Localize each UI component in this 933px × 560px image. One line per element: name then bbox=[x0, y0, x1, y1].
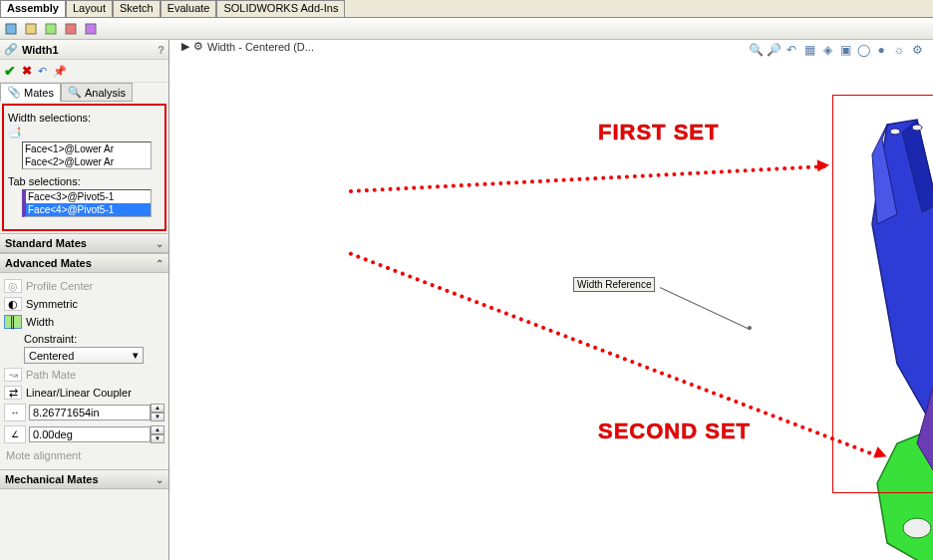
list-item-selected[interactable]: Face<4>@Pivot5-1 bbox=[26, 203, 151, 216]
assembly-icon: ⚙ bbox=[193, 40, 203, 53]
coupler-row[interactable]: ⇄ Linear/Linear Coupler bbox=[4, 384, 164, 402]
constraint-label: Constraint: bbox=[24, 333, 164, 345]
path-mate-label: Path Mate bbox=[26, 369, 76, 381]
zoom-area-icon[interactable]: 🔎 bbox=[766, 42, 781, 58]
width-reference-callout: Width Reference bbox=[573, 277, 655, 292]
expand-tree-icon[interactable]: ▶ bbox=[181, 40, 189, 53]
analysis-tab[interactable]: 🔍 Analysis bbox=[61, 83, 133, 102]
first-set-arrow-line bbox=[349, 164, 827, 193]
config-manager-icon[interactable] bbox=[42, 20, 60, 38]
property-manager-icon[interactable] bbox=[22, 20, 40, 38]
mate-analysis-tabs: 📎 Mates 🔍 Analysis bbox=[0, 83, 168, 102]
selections-highlight-box: Width selections: 📑 Face<1>@Lower Ar Fac… bbox=[2, 104, 166, 231]
mechanical-mates-label: Mechanical Mates bbox=[5, 473, 99, 485]
advanced-mates-body: ◎ Profile Center ◐ Symmetric ║ Width Con… bbox=[0, 273, 168, 469]
first-set-highlight-box bbox=[832, 95, 933, 493]
graphics-viewport[interactable]: ▶ ⚙ Width - Centered (D... 🔍 🔎 ↶ ▦ ◈ ▣ ◯… bbox=[169, 40, 933, 560]
width-mate-icon: 🔗 bbox=[4, 43, 18, 56]
chevron-down-icon: ⌄ bbox=[156, 474, 163, 485]
coupler-icon: ⇄ bbox=[4, 386, 22, 400]
callout-leader bbox=[660, 287, 751, 330]
width-selections-label: Width selections: bbox=[8, 112, 160, 124]
mates-paperclip-icon: 📎 bbox=[7, 86, 21, 99]
angle-row: ∠ 0.00deg ▲ ▼ bbox=[4, 423, 164, 445]
first-set-arrow-head bbox=[817, 159, 830, 172]
orientation-icon[interactable]: ◈ bbox=[819, 42, 835, 58]
width-label: Width bbox=[26, 316, 54, 328]
path-mate-icon: ↝ bbox=[4, 368, 22, 382]
svg-rect-2 bbox=[46, 24, 56, 34]
svg-point-7 bbox=[903, 518, 931, 538]
distance-row: ↔ 8.26771654in ▲ ▼ bbox=[4, 402, 164, 423]
tab-selections-list[interactable]: Face<3>@Pivot5-1 Face<4>@Pivot5-1 bbox=[22, 189, 152, 217]
width-row[interactable]: ║ Width bbox=[4, 313, 164, 331]
symmetric-row[interactable]: ◐ Symmetric bbox=[4, 295, 164, 313]
command-row: ✔ ✖ ↶ 📌 bbox=[0, 60, 168, 83]
chevron-down-icon: ⌄ bbox=[156, 238, 163, 249]
panel-title-row: 🔗 Width1 ? bbox=[0, 40, 168, 60]
advanced-mates-header[interactable]: Advanced Mates ⌃ bbox=[0, 253, 168, 273]
angle-input[interactable]: 0.00deg bbox=[29, 426, 151, 442]
prev-view-icon[interactable]: ↶ bbox=[783, 42, 799, 58]
profile-center-icon: ◎ bbox=[4, 279, 22, 293]
distance-icon: ↔ bbox=[4, 404, 26, 421]
constraint-value: Centered bbox=[29, 350, 74, 362]
undo-icon[interactable]: ↶ bbox=[38, 65, 47, 78]
mates-tab-label: Mates bbox=[24, 87, 54, 99]
analysis-tab-label: Analysis bbox=[85, 87, 126, 99]
document-title-row: ▶ ⚙ Width - Centered (D... bbox=[181, 40, 314, 53]
svg-rect-3 bbox=[66, 24, 76, 34]
svg-rect-0 bbox=[6, 24, 16, 34]
angle-down-button[interactable]: ▼ bbox=[151, 434, 164, 443]
tab-sketch[interactable]: Sketch bbox=[113, 0, 160, 17]
second-set-annotation: SECOND SET bbox=[598, 419, 751, 444]
mechanical-mates-header[interactable]: Mechanical Mates ⌄ bbox=[0, 469, 168, 489]
section-view-icon[interactable]: ▦ bbox=[801, 42, 817, 58]
view-settings-icon[interactable]: ⚙ bbox=[909, 42, 925, 58]
path-mate-row: ↝ Path Mate bbox=[4, 366, 164, 384]
symmetric-icon: ◐ bbox=[4, 297, 22, 311]
tab-addins[interactable]: SOLIDWORKS Add-Ins bbox=[216, 0, 345, 17]
svg-rect-4 bbox=[86, 24, 96, 34]
cancel-icon[interactable]: ✖ bbox=[22, 64, 32, 78]
tab-assembly[interactable]: Assembly bbox=[0, 0, 66, 17]
distance-down-button[interactable]: ▼ bbox=[151, 413, 164, 421]
hide-show-icon[interactable]: ◯ bbox=[855, 42, 871, 58]
scene-icon[interactable]: ☼ bbox=[891, 42, 907, 58]
appearance-icon[interactable]: ● bbox=[873, 42, 889, 58]
list-item[interactable]: Face<2>@Lower Ar bbox=[23, 155, 151, 168]
profile-center-row: ◎ Profile Center bbox=[4, 277, 164, 295]
distance-up-button[interactable]: ▲ bbox=[151, 404, 164, 413]
advanced-mates-label: Advanced Mates bbox=[5, 257, 92, 269]
dropdown-arrow-icon: ▾ bbox=[133, 349, 139, 362]
display-manager-icon[interactable] bbox=[82, 20, 100, 38]
list-item[interactable]: Face<1>@Lower Ar bbox=[23, 142, 151, 155]
angle-up-button[interactable]: ▲ bbox=[151, 425, 164, 434]
display-style-icon[interactable]: ▣ bbox=[837, 42, 853, 58]
panel-title: Width1 bbox=[22, 44, 59, 56]
standard-mates-label: Standard Mates bbox=[5, 237, 87, 249]
pushpin-icon[interactable]: 📌 bbox=[53, 65, 67, 78]
distance-input[interactable]: 8.26771654in bbox=[29, 405, 151, 420]
profile-center-label: Profile Center bbox=[26, 280, 93, 292]
mates-tab[interactable]: 📎 Mates bbox=[0, 83, 61, 102]
document-title: Width - Centered (D... bbox=[207, 41, 314, 53]
zoom-fit-icon[interactable]: 🔍 bbox=[748, 42, 764, 58]
help-icon[interactable]: ? bbox=[157, 44, 164, 56]
first-set-annotation: FIRST SET bbox=[598, 120, 719, 145]
constraint-dropdown[interactable]: Centered ▾ bbox=[24, 347, 144, 364]
tab-selections-label: Tab selections: bbox=[8, 175, 160, 187]
width-selections-list[interactable]: Face<1>@Lower Ar Face<2>@Lower Ar bbox=[22, 141, 152, 169]
feature-manager-toolbar bbox=[0, 18, 933, 40]
standard-mates-header[interactable]: Standard Mates ⌄ bbox=[0, 233, 168, 253]
list-item[interactable]: Face<3>@Pivot5-1 bbox=[26, 190, 151, 203]
svg-rect-1 bbox=[26, 24, 36, 34]
feature-tree-icon[interactable] bbox=[2, 20, 20, 38]
tab-evaluate[interactable]: Evaluate bbox=[160, 0, 217, 17]
dimxpert-icon[interactable] bbox=[62, 20, 80, 38]
ok-icon[interactable]: ✔ bbox=[4, 63, 16, 79]
callout-point bbox=[748, 326, 752, 330]
analysis-magnifier-icon: 🔍 bbox=[68, 86, 82, 99]
tab-layout[interactable]: Layout bbox=[66, 0, 113, 17]
width-icon: ║ bbox=[4, 315, 22, 329]
